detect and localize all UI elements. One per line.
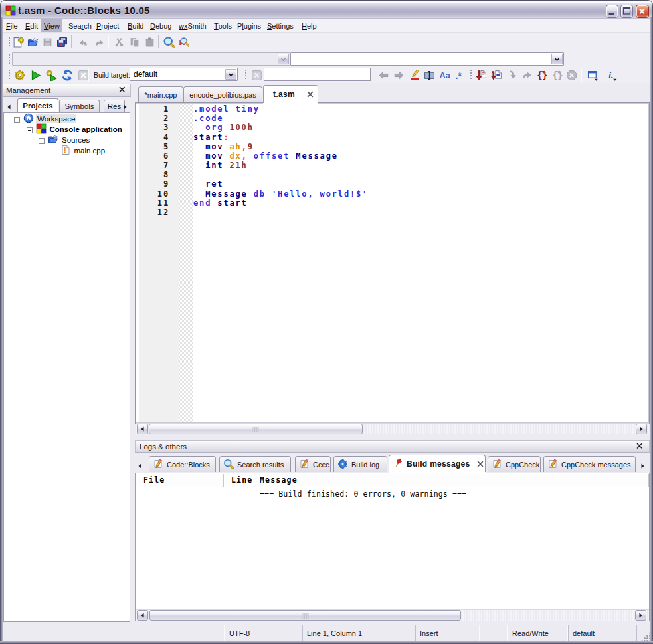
tree-label[interactable]: Workspace bbox=[36, 114, 76, 123]
toolbar-button-debug-run-to-cursor[interactable] bbox=[474, 68, 488, 82]
toolbar-button-debug-info[interactable]: i. bbox=[603, 68, 620, 82]
scroll-left-button[interactable] bbox=[137, 424, 148, 434]
logs-tab-label: Code::Blocks bbox=[167, 461, 210, 469]
debug-run-to-cursor-icon bbox=[476, 70, 487, 81]
tree-label[interactable]: Sources bbox=[60, 135, 91, 145]
logs-tab-cppcheck[interactable]: CppCheck bbox=[488, 456, 541, 472]
tree-expander-icon[interactable] bbox=[14, 116, 20, 122]
logs-tab-search-results[interactable]: Search results bbox=[219, 456, 291, 472]
tab-scroll-left-icon[interactable] bbox=[5, 100, 13, 113]
scrollbar-thumb[interactable] bbox=[149, 610, 461, 621]
menu-wxsmith[interactable]: wxSmith bbox=[176, 19, 209, 32]
tree-expander-icon[interactable] bbox=[27, 127, 33, 133]
menu-edit[interactable]: Edit bbox=[23, 19, 41, 32]
status-field-text: Read/Write bbox=[512, 629, 549, 637]
toolbar-button-open-file[interactable] bbox=[25, 35, 40, 49]
menu-search[interactable]: Search bbox=[66, 19, 94, 32]
scroll-right-button[interactable] bbox=[636, 424, 647, 434]
toolbar-button-selected-text-only[interactable] bbox=[422, 68, 436, 82]
toolbar-grip[interactable] bbox=[9, 69, 11, 80]
tree-item-main-cpp[interactable]: main.cpp bbox=[4, 145, 130, 156]
logs-tab-cppcheck-messages[interactable]: CppCheck messages bbox=[543, 456, 636, 472]
management-tab-symbols[interactable]: Symbols bbox=[59, 100, 100, 112]
logs-tab-build-messages[interactable]: Build messages bbox=[389, 455, 486, 472]
debug-next-instruction-icon: {} bbox=[536, 70, 547, 81]
toolbar-button-rebuild[interactable] bbox=[60, 68, 74, 82]
toolbar-button-replace[interactable]: R bbox=[176, 35, 191, 49]
tab-close-icon[interactable] bbox=[476, 460, 484, 468]
code-completion-function-combo[interactable] bbox=[290, 52, 564, 66]
match-case-icon: Aa bbox=[439, 70, 450, 81]
menu-debug[interactable]: Debug bbox=[147, 19, 174, 32]
chevron-down-icon[interactable] bbox=[551, 54, 563, 64]
toolbar-button-find[interactable] bbox=[161, 35, 176, 49]
editor-hscrollbar[interactable] bbox=[136, 423, 649, 434]
menu-help[interactable]: Help bbox=[299, 19, 320, 32]
tree-label[interactable]: main.cpp bbox=[73, 146, 107, 155]
tree-item-workspace[interactable]: Workspace bbox=[4, 114, 130, 124]
toolbar-grip[interactable] bbox=[245, 69, 247, 80]
logs-tab-code-blocks[interactable]: Code::Blocks bbox=[149, 456, 216, 472]
editor-tab-t-asm[interactable]: t.asm bbox=[263, 85, 318, 103]
scroll-left-button[interactable] bbox=[137, 610, 148, 621]
log-pencil-icon bbox=[492, 459, 502, 471]
minimize-button[interactable] bbox=[606, 5, 618, 18]
menu-file[interactable]: File bbox=[3, 19, 21, 32]
toolbar-button-build[interactable] bbox=[12, 68, 27, 82]
menu-settings[interactable]: Settings bbox=[264, 19, 296, 32]
logs-close-icon[interactable] bbox=[636, 442, 646, 451]
column-header-line[interactable]: Line bbox=[224, 474, 252, 487]
status-field-line-1-column-1: Line 1, Column 1 bbox=[302, 625, 415, 641]
management-caption[interactable]: Management bbox=[3, 84, 131, 97]
editor-tab-encode-polibius-pas[interactable]: encode_polibius.pas bbox=[183, 86, 262, 103]
toolbar-button-highlight-occurrences[interactable] bbox=[407, 68, 422, 82]
chevron-down-icon[interactable] bbox=[225, 69, 236, 80]
toolbar-button-regex[interactable]: .* bbox=[452, 68, 467, 82]
window-border-right bbox=[650, 17, 653, 644]
tab-scroll-right-icon[interactable] bbox=[121, 100, 130, 113]
management-tab-projects[interactable]: Projects bbox=[17, 98, 58, 112]
menu-tools[interactable]: Tools bbox=[211, 19, 234, 32]
toolbar-button-match-case[interactable]: Aa bbox=[437, 68, 452, 82]
tab-close-icon[interactable] bbox=[306, 90, 314, 98]
editor-tab-main-cpp[interactable]: *main.cpp bbox=[138, 86, 183, 103]
toolbar-button-new-file[interactable] bbox=[11, 35, 25, 49]
menu-plugins[interactable]: Plugins bbox=[234, 19, 264, 32]
toolbar-button-debug-next-line[interactable] bbox=[489, 68, 504, 82]
logs-tab-build-log[interactable]: Build log bbox=[333, 456, 387, 472]
tree-expander-icon[interactable] bbox=[39, 137, 45, 143]
search-forward-icon bbox=[393, 70, 405, 81]
column-header-message[interactable]: Message bbox=[252, 474, 649, 487]
title-bar[interactable]: t.asm - Code::Blocks 10.05 bbox=[0, 0, 653, 19]
build-target-label: Build target: bbox=[94, 71, 130, 79]
tree-label[interactable]: Console application bbox=[48, 125, 124, 134]
close-button[interactable] bbox=[636, 5, 649, 18]
toolbar-button-build-and-run[interactable] bbox=[44, 68, 58, 82]
toolbar-grip[interactable] bbox=[470, 69, 472, 80]
menu-project[interactable]: Project bbox=[94, 19, 122, 32]
scroll-right-button[interactable] bbox=[635, 610, 646, 621]
logs-hscrollbar[interactable] bbox=[136, 609, 649, 621]
toolbar-button-run[interactable] bbox=[28, 68, 43, 82]
tree-item-sources[interactable]: Sources bbox=[4, 135, 130, 145]
toolbar-grip[interactable] bbox=[9, 54, 11, 64]
menu-build[interactable]: Build bbox=[125, 19, 146, 32]
svg-text:i.: i. bbox=[608, 70, 613, 80]
logs-caption[interactable]: Logs & others bbox=[135, 440, 650, 453]
menu-view[interactable]: View bbox=[41, 19, 62, 32]
incremental-search-input[interactable] bbox=[264, 68, 371, 81]
toolbar-button-debugging-windows[interactable] bbox=[584, 68, 601, 82]
tab-scroll-right-icon[interactable] bbox=[638, 459, 647, 472]
tree-item-console-application[interactable]: Console application bbox=[4, 124, 130, 135]
column-header-file[interactable]: File bbox=[136, 474, 224, 487]
maximize-button[interactable] bbox=[620, 5, 633, 18]
toolbar-button-redo bbox=[92, 35, 106, 49]
build-target-combo[interactable]: default bbox=[130, 68, 238, 81]
management-close-icon[interactable] bbox=[118, 86, 129, 95]
toolbar-button-debug-next-instruction[interactable]: {} bbox=[534, 68, 549, 82]
toolbar-button-save-all[interactable] bbox=[54, 35, 69, 49]
toolbar-button-save-file bbox=[40, 35, 54, 49]
tab-scroll-left-icon[interactable] bbox=[136, 459, 144, 472]
logs-tab-cccc[interactable]: Cccc bbox=[295, 456, 331, 472]
scrollbar-thumb[interactable] bbox=[149, 424, 363, 434]
